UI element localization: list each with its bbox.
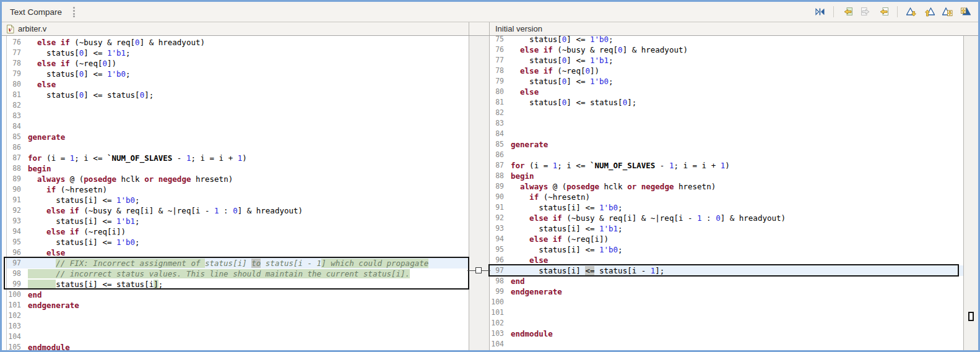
verilog-file-icon: v: [6, 25, 14, 33]
code-line-97: 97 status[i] <= status[i - 1];: [490, 265, 963, 276]
line-number: 102: [7, 311, 24, 321]
line-number: 77: [7, 48, 24, 58]
line-number: 81: [7, 90, 24, 100]
toolbar-separator: [897, 6, 898, 17]
line-number: 77: [490, 55, 507, 66]
center-gutter-header: [469, 22, 490, 35]
code-line-99: 99endgenerate: [490, 286, 963, 297]
code-line-77: 77 status[0] <= 1'b1;: [7, 48, 469, 58]
code-line-77: 77 status[0] <= 1'b1;: [490, 55, 963, 66]
right-code-area[interactable]: 75 status[0] <= 1'b0;76 else if (~busy &…: [490, 36, 963, 350]
line-number: 100: [490, 297, 507, 307]
code-line-93: 93 status[i] <= 1'b1;: [7, 216, 469, 226]
overview-diff-marker[interactable]: [968, 312, 974, 321]
code-line-98: 98 // incorrect status values. This line…: [7, 268, 469, 279]
line-number: 83: [7, 111, 24, 121]
line-number: 81: [490, 97, 507, 108]
line-number: 94: [490, 234, 507, 244]
next-change-icon[interactable]: [940, 5, 954, 19]
toolbar-separator: [833, 6, 834, 17]
code-line-78: 78 else if (~req[0]): [490, 66, 963, 76]
code-line-97: 97 // FIX: Incorrect assignment of statu…: [7, 258, 469, 268]
code-line-104: 104: [490, 339, 963, 350]
code-line-99: 99 status[i] <= status[i];: [7, 279, 469, 290]
line-number: 92: [7, 205, 24, 216]
code-line-91: 91 status[i] <= 1'b0;: [7, 195, 469, 205]
code-line-102: 102: [490, 318, 963, 328]
line-number: 96: [490, 255, 507, 265]
code-line-90: 90 if (~hresetn): [490, 192, 963, 202]
previous-difference-icon[interactable]: [922, 5, 936, 19]
code-line-80: 80 else: [7, 79, 469, 90]
line-number: 87: [7, 153, 24, 163]
view-title: Text Compare: [10, 7, 62, 17]
line-number: 80: [7, 79, 24, 90]
line-number: 86: [490, 150, 507, 160]
code-line-92: 92 else if (~busy & req[i] & ~|req[i - 1…: [7, 205, 469, 216]
line-number: 91: [7, 195, 24, 205]
line-number: 85: [7, 132, 24, 142]
line-number: 95: [7, 237, 24, 247]
code-line-75: 75 status[0] <= 1'b0;: [490, 36, 963, 45]
code-line-95: 95 status[i] <= 1'b0;: [7, 237, 469, 247]
line-number: 104: [490, 339, 507, 350]
text-compare-window: Text Compare: [0, 0, 980, 352]
code-line-93: 93 status[i] <= 1'b1;: [490, 223, 963, 234]
code-line-86: 86: [490, 150, 963, 160]
compare-content: 76 else if (~busy & req[0] & hreadyout)7…: [2, 36, 978, 350]
left-editor-pane[interactable]: 76 else if (~busy & req[0] & hreadyout)7…: [2, 36, 469, 350]
code-line-82: 82: [7, 100, 469, 111]
line-number: 87: [490, 160, 507, 171]
code-line-76: 76 else if (~busy & req[0] & hreadyout): [7, 37, 469, 48]
code-line-103: 103endmodule: [490, 328, 963, 339]
line-number: 76: [490, 45, 507, 55]
line-number: 90: [7, 184, 24, 195]
line-number: 88: [7, 163, 24, 174]
line-number: 99: [490, 286, 507, 297]
swap-left-right-icon[interactable]: [813, 5, 826, 19]
code-line-87: 87for (i = 1; i <= `NUM_OF_SLAVES - 1; i…: [7, 153, 469, 163]
line-number: 90: [490, 192, 507, 202]
line-number: 101: [7, 300, 24, 311]
code-line-101: 101endgenerate: [7, 300, 469, 311]
code-line-98: 98end: [490, 276, 963, 286]
line-number: 78: [490, 66, 507, 76]
line-number: 104: [7, 332, 24, 342]
code-line-94: 94 else if (~req[i]): [490, 234, 963, 244]
line-number: 93: [7, 216, 24, 226]
line-number: 88: [490, 171, 507, 181]
line-number: 94: [7, 226, 24, 237]
line-number: 80: [490, 87, 507, 97]
right-editor-pane[interactable]: 75 status[0] <= 1'b0;76 else if (~busy &…: [490, 36, 963, 350]
next-difference-icon[interactable]: [904, 5, 918, 19]
overview-ruler[interactable]: [963, 36, 978, 350]
copy-current-left-to-right-icon[interactable]: [859, 5, 872, 19]
line-number: 98: [7, 268, 24, 279]
line-number: 89: [490, 181, 507, 192]
code-line-96: 96 else: [7, 247, 469, 258]
line-number: 89: [7, 174, 24, 184]
copy-all-right-to-left-icon[interactable]: [841, 5, 854, 19]
code-line-79: 79 status[0] <= 1'b0;: [490, 76, 963, 87]
line-number: 76: [7, 37, 24, 48]
code-line-88: 88begin: [490, 171, 963, 181]
line-number: 78: [7, 58, 24, 69]
code-line-91: 91 status[i] <= 1'b0;: [490, 202, 963, 213]
toolbar-grip-handle[interactable]: [73, 7, 76, 17]
code-line-89: 89 always @ (posedge hclk or negedge hre…: [490, 181, 963, 192]
code-line-88: 88begin: [7, 163, 469, 174]
code-line-79: 79 status[0] <= 1'b0;: [7, 69, 469, 79]
code-line-95: 95 status[i] <= 1'b0;: [490, 244, 963, 255]
previous-change-icon[interactable]: [958, 5, 972, 19]
line-number: 103: [490, 328, 507, 339]
line-number: 85: [490, 139, 507, 150]
line-number: 84: [490, 129, 507, 139]
diff-connector-handle[interactable]: [475, 267, 482, 273]
line-number: 86: [7, 142, 24, 153]
copy-current-right-to-left-icon[interactable]: [877, 5, 890, 19]
left-code-area[interactable]: 76 else if (~busy & req[0] & hreadyout)7…: [7, 36, 469, 350]
code-line-86: 86: [7, 142, 469, 153]
compare-toolbar: [813, 5, 972, 19]
right-pane-header: Initial version: [490, 22, 978, 35]
code-line-92: 92 else if (~busy & req[i] & ~|req[i - 1…: [490, 213, 963, 223]
